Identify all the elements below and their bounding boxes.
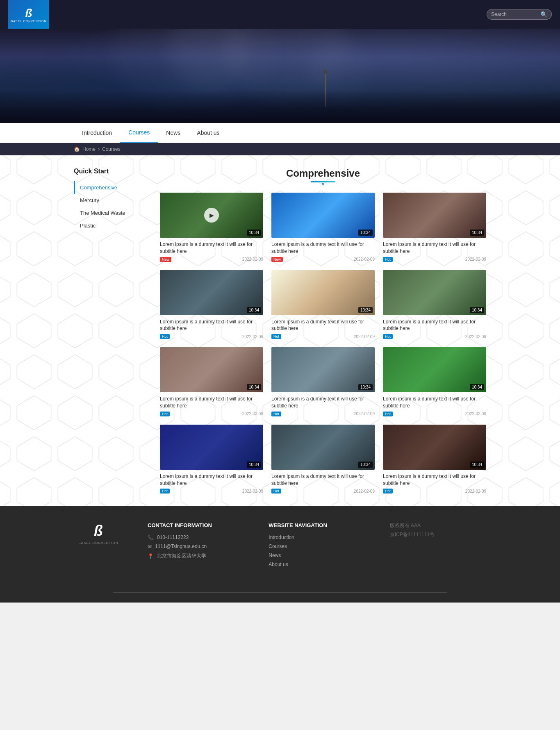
tag-hot: Hot — [160, 334, 170, 339]
video-card-8[interactable]: 10:34 Lorem ipsum is a dummy text it wil… — [383, 347, 486, 416]
video-section: Comprehensive ▶ 10:34 Lorem ipsum is a d… — [160, 168, 486, 493]
footer-copyright: 版权所有 AAA — [390, 522, 486, 529]
footer-nav-col: WEBSITE NAVIGATION Introduction Courses … — [269, 522, 365, 571]
video-card-3[interactable]: 10:34 Lorem ipsum is a dummy text it wil… — [160, 270, 263, 339]
video-thumbnail: 10:34 — [271, 347, 375, 392]
video-meta: Hot 2022-02-09 — [383, 489, 486, 493]
sidebar-item-mercury[interactable]: Mercury — [74, 194, 148, 207]
video-date: 2022-02-09 — [465, 489, 486, 493]
video-duration: 10:34 — [358, 462, 373, 468]
video-duration: 10:34 — [358, 384, 373, 390]
home-icon: 🏠 — [74, 146, 80, 152]
video-grid: ▶ 10:34 Lorem ipsum is a dummy text it w… — [160, 193, 486, 493]
footer-icp: 京ICP备11111111号 — [390, 531, 486, 538]
footer-email-address: 1111@Tsinghua.edu.cn — [155, 544, 207, 549]
video-title: Lorem ipsum is a dummy text it will use … — [271, 396, 375, 409]
video-date: 2022-02-09 — [465, 334, 486, 339]
footer-address: 📍 北京市海淀区清华大学 — [148, 553, 244, 559]
footer-logo-text: BASEL CONVENTION — [78, 541, 118, 545]
footer-divider-line: ————————————————————————————————————————… — [74, 589, 486, 594]
video-duration: 10:34 — [247, 307, 261, 313]
video-meta: Hot 2022-02-09 — [383, 334, 486, 339]
sidebar: Quick Start Comprehensive Mercury The Me… — [74, 168, 148, 493]
video-thumbnail: 10:34 — [160, 270, 263, 315]
footer-bottom: ————————————————————————————————————————… — [74, 583, 486, 594]
video-card-4[interactable]: 10:34 Lorem ipsum is a dummy text it wil… — [271, 270, 375, 339]
sidebar-title: Quick Start — [74, 168, 148, 175]
video-card-5[interactable]: 10:34 Lorem ipsum is a dummy text it wil… — [383, 270, 486, 339]
video-card-0[interactable]: ▶ 10:34 Lorem ipsum is a dummy text it w… — [160, 193, 263, 262]
video-card-6[interactable]: 10:34 Lorem ipsum is a dummy text it wil… — [160, 347, 263, 416]
video-date: 2022-02-09 — [242, 412, 263, 416]
video-meta: New 2022-02-09 — [271, 257, 375, 262]
video-duration: 10:34 — [470, 307, 484, 313]
header: ß BASEL CONVENTION 🔍 — [0, 0, 560, 29]
search-icon[interactable]: 🔍 — [540, 11, 547, 18]
video-card-10[interactable]: 10:34 Lorem ipsum is a dummy text it wil… — [271, 425, 375, 494]
video-meta: New 2022-02-09 — [160, 257, 263, 262]
breadcrumb-separator: › — [98, 146, 100, 152]
video-meta: Hot 2022-02-09 — [271, 334, 375, 339]
tag-hot: Hot — [383, 489, 393, 493]
video-card-1[interactable]: 10:34 Lorem ipsum is a dummy text it wil… — [271, 193, 375, 262]
hero-banner — [0, 29, 560, 123]
video-meta: Hot 2022-02-09 — [271, 489, 375, 493]
title-underline — [311, 181, 335, 182]
video-meta: Hot 2022-02-09 — [383, 257, 486, 262]
city-skyline — [0, 90, 560, 123]
tag-hot: Hot — [383, 257, 393, 262]
footer-content: ß BASEL CONVENTION CONTACT INFORMATION 📞… — [74, 522, 486, 571]
video-duration: 10:34 — [247, 384, 261, 390]
video-title: Lorem ipsum is a dummy text it will use … — [160, 396, 263, 409]
footer-nav-news[interactable]: News — [269, 553, 365, 558]
phone-icon: 📞 — [148, 534, 154, 540]
video-meta: Hot 2022-02-09 — [383, 412, 486, 416]
play-button[interactable]: ▶ — [204, 208, 219, 223]
video-meta: Hot 2022-02-09 — [271, 412, 375, 416]
tower-light — [325, 72, 326, 73]
sidebar-item-medical-waste[interactable]: The Medical Waste — [74, 207, 148, 219]
nav-courses[interactable]: Courses — [120, 123, 158, 143]
footer: ß BASEL CONVENTION CONTACT INFORMATION 📞… — [0, 506, 560, 603]
footer-phone: 📞 010-11112222 — [148, 534, 244, 540]
tag-hot: Hot — [271, 334, 281, 339]
footer-nav-about[interactable]: About us — [269, 562, 365, 567]
video-card-2[interactable]: 10:34 Lorem ipsum is a dummy text it wil… — [383, 193, 486, 262]
video-date: 2022-02-09 — [242, 257, 263, 262]
footer-logo-symbol: ß — [94, 522, 103, 539]
video-date: 2022-02-09 — [465, 257, 486, 262]
section-title: Comprehensive — [160, 168, 486, 179]
footer-nav-courses[interactable]: Courses — [269, 544, 365, 549]
video-date: 2022-02-09 — [354, 412, 375, 416]
video-title: Lorem ipsum is a dummy text it will use … — [383, 318, 486, 332]
footer-phone-number: 010-11112222 — [157, 534, 189, 540]
video-duration: 10:34 — [470, 384, 484, 390]
main-content: Quick Start Comprehensive Mercury The Me… — [0, 155, 560, 506]
logo[interactable]: ß BASEL CONVENTION — [8, 0, 49, 29]
tag-hot: Hot — [160, 412, 170, 416]
nav-about[interactable]: About us — [189, 123, 228, 143]
video-thumbnail: 10:34 — [271, 425, 375, 470]
nav-news[interactable]: News — [158, 123, 189, 143]
nav-introduction[interactable]: Introduction — [74, 123, 120, 143]
sidebar-item-plastic[interactable]: Plastic — [74, 219, 148, 232]
video-duration: 10:34 — [470, 462, 484, 468]
footer-logo: ß BASEL CONVENTION — [74, 522, 123, 571]
video-card-9[interactable]: 10:34 Lorem ipsum is a dummy text it wil… — [160, 425, 263, 494]
breadcrumb-home[interactable]: Home — [82, 146, 96, 152]
video-thumbnail: 10:34 — [383, 193, 486, 238]
video-title: Lorem ipsum is a dummy text it will use … — [383, 396, 486, 409]
search-bar[interactable]: 🔍 — [487, 9, 552, 20]
video-thumbnail: 10:34 — [271, 193, 375, 238]
breadcrumb: 🏠 Home › Courses — [0, 143, 560, 155]
search-input[interactable] — [491, 11, 540, 17]
video-card-11[interactable]: 10:34 Lorem ipsum is a dummy text it wil… — [383, 425, 486, 494]
navigation: Introduction Courses News About us — [0, 123, 560, 143]
sidebar-item-comprehensive[interactable]: Comprehensive — [74, 181, 148, 194]
logo-text: BASEL CONVENTION — [11, 20, 47, 23]
video-date: 2022-02-09 — [242, 489, 263, 493]
video-meta: Hot 2022-02-09 — [160, 334, 263, 339]
footer-nav-introduction[interactable]: Introduction — [269, 534, 365, 540]
video-card-7[interactable]: 10:34 Lorem ipsum is a dummy text it wil… — [271, 347, 375, 416]
video-duration: 10:34 — [358, 230, 373, 236]
